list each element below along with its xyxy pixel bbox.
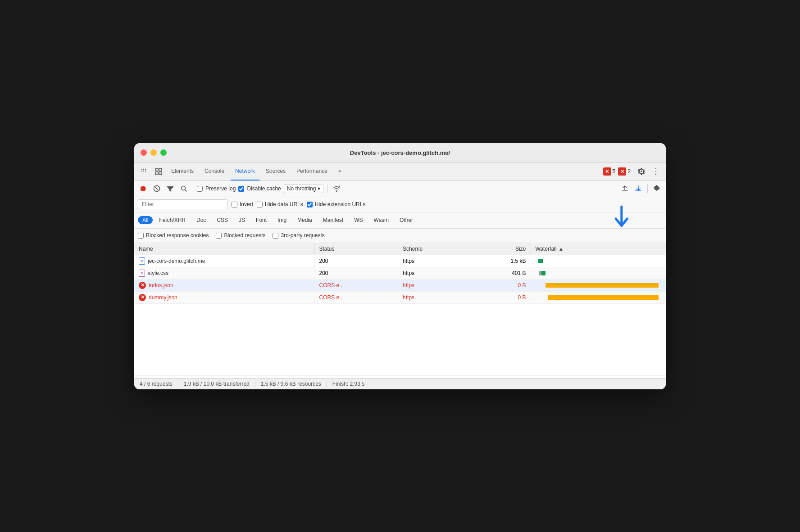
invert-label[interactable]: Invert — [232, 201, 253, 207]
col-size[interactable]: Size — [470, 243, 531, 255]
filter-type-row: All Fetch/XHR Doc CSS JS Font Img Media … — [134, 212, 666, 229]
devtools-wrapper: Elements Console Network Sources Perform… — [134, 163, 666, 389]
separator-2 — [327, 184, 327, 193]
close-button[interactable] — [141, 149, 147, 156]
blocked-row: Blocked response cookies Blocked request… — [134, 229, 666, 243]
filter-media[interactable]: Media — [293, 216, 317, 224]
record-button[interactable]: ⏺ — [138, 183, 149, 194]
row-3-scheme: https — [398, 279, 470, 291]
blocked-cookies-checkbox[interactable] — [138, 233, 144, 239]
status-bar: 4 / 6 requests 1.9 kB / 10.0 kB transfer… — [134, 378, 666, 389]
requests-count: 4 / 6 requests — [140, 381, 178, 387]
svg-rect-1 — [143, 169, 144, 170]
chevron-down-icon: ▾ — [318, 185, 320, 192]
filter-icon[interactable] — [165, 183, 176, 194]
cursor-icon[interactable] — [138, 165, 150, 178]
filter-doc[interactable]: Doc — [192, 216, 210, 224]
filter-css[interactable]: CSS — [212, 216, 232, 224]
col-name[interactable]: Name — [134, 243, 314, 255]
toolbar: ⏺ — [134, 181, 666, 197]
error-badges: ✕ 5 ✕ 2 — [603, 167, 631, 176]
transferred-info: 1.9 kB / 10.0 kB transferred — [178, 381, 255, 387]
filter-js[interactable]: JS — [234, 216, 250, 224]
table-row[interactable]: ≡ jec-cors-demo.glitch.me 200 https — [134, 255, 666, 267]
maximize-button[interactable] — [160, 149, 167, 156]
error-file-icon-2: ✕ — [139, 294, 146, 301]
col-status[interactable]: Status — [314, 243, 398, 255]
window-title: DevTools - jec-cors-demo.glitch.me/ — [350, 149, 450, 156]
filter-wasm[interactable]: Wasm — [369, 216, 394, 224]
third-party-label[interactable]: 3rd-party requests — [273, 232, 324, 239]
hide-data-urls-label[interactable]: Hide data URLs — [257, 201, 303, 207]
blocked-requests-checkbox[interactable] — [216, 233, 222, 239]
third-party-checkbox[interactable] — [273, 233, 278, 239]
disable-cache-checkbox[interactable] — [238, 186, 244, 192]
separator-1 — [193, 184, 193, 193]
disable-cache-label[interactable]: Disable cache — [238, 185, 281, 192]
filter-img[interactable]: Img — [273, 216, 291, 224]
error-badge-2[interactable]: ✕ 2 — [618, 167, 631, 176]
preserve-log-checkbox[interactable] — [197, 186, 203, 192]
devtools-window: DevTools - jec-cors-demo.glitch.me/ — [134, 143, 666, 389]
clear-button[interactable] — [151, 183, 162, 194]
svg-rect-9 — [159, 172, 162, 175]
error-file-icon: ✕ — [139, 282, 146, 289]
empty-row — [134, 303, 666, 375]
settings-icon[interactable] — [635, 165, 648, 178]
svg-rect-5 — [145, 171, 146, 171]
filter-other[interactable]: Other — [395, 216, 418, 224]
filter-all[interactable]: All — [138, 216, 153, 224]
row-3-name[interactable]: ✕ todos.json — [134, 279, 314, 291]
network-settings-icon[interactable] — [651, 183, 662, 194]
invert-checkbox[interactable] — [232, 202, 237, 207]
download-icon[interactable] — [633, 183, 644, 194]
wifi-icon[interactable] — [331, 183, 342, 194]
filter-ws[interactable]: WS — [350, 216, 367, 224]
upload-icon[interactable] — [619, 183, 630, 194]
hide-extension-urls-label[interactable]: Hide extension URLs — [307, 201, 366, 207]
hide-data-urls-checkbox[interactable] — [257, 202, 263, 207]
filter-fetch-xhr[interactable]: Fetch/XHR — [155, 216, 190, 224]
tab-elements[interactable]: Elements — [167, 162, 198, 180]
table-header: Name Status Scheme Size — [134, 243, 666, 255]
more-options-icon[interactable]: ⋮ — [650, 165, 662, 178]
filter-font[interactable]: Font — [251, 216, 271, 224]
search-icon[interactable] — [178, 183, 189, 194]
filter-manifest[interactable]: Manifest — [318, 216, 348, 224]
col-waterfall[interactable]: Waterfall ▲ — [531, 243, 666, 255]
table-row[interactable]: ✕ dummy.json CORS e... https — [134, 291, 666, 303]
title-bar: DevTools - jec-cors-demo.glitch.me/ — [134, 143, 666, 163]
separator-3 — [647, 184, 648, 193]
row-1-size: 1.5 kB — [470, 255, 531, 267]
row-3-status: CORS e... — [314, 279, 398, 291]
svg-rect-3 — [143, 171, 144, 171]
finish-time: Finish: 2.93 s — [327, 381, 370, 387]
blocked-requests-label[interactable]: Blocked requests — [216, 232, 265, 239]
filter-input[interactable] — [138, 199, 228, 209]
inspect-icon[interactable] — [152, 165, 165, 178]
row-1-scheme: https — [398, 255, 470, 267]
hide-extension-urls-checkbox[interactable] — [307, 202, 313, 207]
svg-rect-6 — [155, 168, 158, 171]
row-1-name[interactable]: ≡ jec-cors-demo.glitch.me — [134, 255, 314, 267]
filter-row: Invert Hide data URLs Hide extension URL… — [134, 197, 666, 212]
css-file-icon: # — [139, 270, 145, 277]
tab-performance[interactable]: Performance — [292, 162, 332, 180]
throttle-select[interactable]: No throttling ▾ — [284, 184, 324, 193]
svg-line-11 — [155, 187, 158, 190]
preserve-log-label[interactable]: Preserve log — [197, 185, 236, 192]
tab-more[interactable]: » — [334, 162, 346, 180]
blocked-cookies-label[interactable]: Blocked response cookies — [138, 232, 209, 239]
tab-network[interactable]: Network — [231, 162, 259, 180]
tab-console[interactable]: Console — [200, 162, 229, 180]
error-badge-1[interactable]: ✕ 5 — [603, 167, 616, 176]
col-scheme[interactable]: Scheme — [398, 243, 470, 255]
row-1-waterfall — [531, 255, 666, 267]
row-2-name[interactable]: # style.css — [134, 267, 314, 279]
resources-info: 1.5 kB / 9.6 kB resources — [255, 381, 327, 387]
minimize-button[interactable] — [150, 149, 157, 156]
row-4-name[interactable]: ✕ dummy.json — [134, 291, 314, 303]
table-row[interactable]: # style.css 200 https 401 B — [134, 267, 666, 279]
table-row[interactable]: ✕ todos.json CORS e... https — [134, 279, 666, 291]
tab-sources[interactable]: Sources — [261, 162, 290, 180]
